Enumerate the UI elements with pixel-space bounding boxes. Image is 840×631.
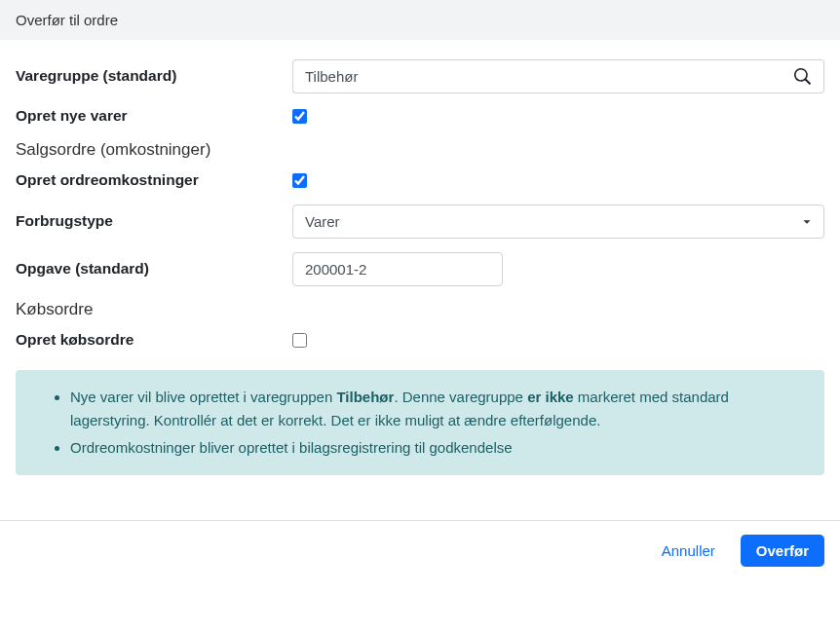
alert-item-1: Nye varer vil blive oprettet i varegrupp…	[70, 386, 805, 432]
search-icon	[794, 68, 811, 85]
opgave-label: Opgave (standard)	[16, 252, 292, 278]
varegruppe-input[interactable]	[292, 59, 782, 93]
field-forbrugstype: Forbrugstype Varer	[16, 204, 824, 239]
dialog-header: Overfør til ordre	[0, 0, 840, 40]
opret-kobsordre-label: Opret købsordre	[16, 331, 292, 349]
section-salgsordre: Salgsordre (omkostninger)	[16, 140, 824, 160]
varegruppe-label: Varegruppe (standard)	[16, 59, 292, 85]
opret-nye-varer-label: Opret nye varer	[16, 107, 292, 125]
field-opret-kobsordre: Opret købsordre	[16, 331, 824, 351]
dialog-footer: Annuller Overfør	[0, 520, 840, 580]
alert-item-2: Ordreomkostninger bliver oprettet i bila…	[70, 436, 805, 460]
forbrugstype-select[interactable]: Varer	[292, 204, 824, 239]
opret-kobsordre-checkbox[interactable]	[292, 333, 307, 348]
dialog-title: Overfør til ordre	[16, 12, 118, 28]
submit-button[interactable]: Overfør	[741, 535, 824, 567]
field-opret-nye-varer: Opret nye varer	[16, 107, 824, 127]
opret-ordreomkostninger-label: Opret ordreomkostninger	[16, 171, 292, 189]
opgave-input[interactable]	[292, 252, 503, 286]
section-kobsordre: Købsordre	[16, 300, 824, 319]
varegruppe-search-button[interactable]	[782, 59, 824, 93]
info-alert: Nye varer vil blive oprettet i varegrupp…	[16, 370, 824, 475]
opret-ordreomkostninger-checkbox[interactable]	[292, 173, 307, 188]
field-varegruppe: Varegruppe (standard)	[16, 59, 824, 93]
field-opret-ordreomkostninger: Opret ordreomkostninger	[16, 171, 824, 191]
field-opgave: Opgave (standard)	[16, 252, 824, 286]
opret-nye-varer-checkbox[interactable]	[292, 109, 307, 124]
cancel-button[interactable]: Annuller	[646, 535, 731, 567]
varegruppe-input-group	[292, 59, 824, 93]
dialog-body: Varegruppe (standard) Opret nye varer Sa…	[0, 40, 840, 491]
forbrugstype-label: Forbrugstype	[16, 204, 292, 230]
